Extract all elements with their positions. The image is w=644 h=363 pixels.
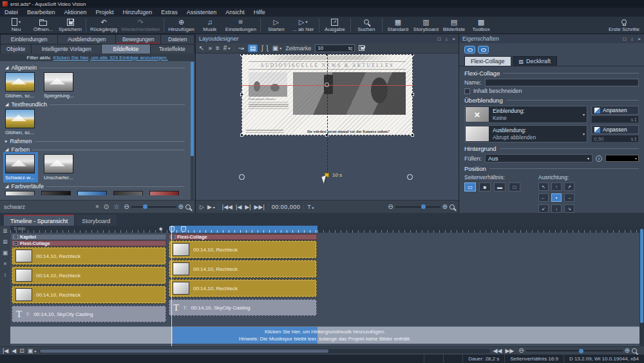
crop-checkbox[interactable]	[464, 88, 470, 94]
tab-storyboard[interactable]: Storyboard	[75, 215, 117, 226]
timemark-spinbox[interactable]: 10 s ▴▾	[315, 44, 355, 52]
toolbox-button[interactable]: ▩ Toolbox	[468, 17, 495, 34]
gradient-thumbnail[interactable]	[149, 191, 179, 195]
music-button[interactable]: ♫ Musik	[196, 17, 223, 34]
timeline-text-clip[interactable]: T T: 00:14,10, SkyCity Casting	[12, 306, 166, 322]
collage-group-bar[interactable]: − Flexi-Collage	[169, 234, 317, 240]
layout-standard-button[interactable]: ▦ Standard	[384, 17, 412, 34]
spinner-arrows[interactable]: ▴▾	[351, 46, 353, 51]
tab-intelligente-vorlagen[interactable]: Intelligente Vorlagen	[32, 44, 101, 54]
prev-marker-icon[interactable]: ◀◀	[493, 348, 502, 354]
timeline-clip[interactable]: 00:14,10, Rechteck	[12, 247, 166, 265]
aspect-keep-button[interactable]: ▭	[464, 182, 476, 191]
fit-view-icon[interactable]: ⊡	[19, 348, 24, 354]
section-allgemein[interactable]: ◢ Allgemein	[5, 64, 185, 71]
timeline-clip[interactable]: 00:14,10, Rechteck	[169, 279, 317, 297]
align-left-button[interactable]: ←	[538, 193, 549, 202]
preview-eye-icon[interactable]: ⊙	[104, 203, 109, 210]
pin-icon[interactable]: ↓	[445, 36, 448, 42]
fade-out-dropdown[interactable]: Ausblendung: Abrupt abblenden ▾	[464, 125, 587, 142]
open-button[interactable]: Öffnen...	[30, 17, 57, 34]
close-icon[interactable]: ×	[638, 36, 641, 42]
next-marker-icon[interactable]: ▶▶	[505, 348, 514, 354]
selection-handle-sw[interactable]	[240, 133, 243, 137]
title-indicator-icon[interactable]: T▸	[307, 204, 314, 210]
align-bottom-left-button[interactable]: ↙	[538, 204, 549, 213]
effect-gluehen-schwebend[interactable]: Glühen, sc...	[5, 72, 36, 99]
aspect-stretch-button[interactable]: ▬	[494, 182, 506, 191]
tab-texteffekte[interactable]: Texteffekte	[151, 44, 194, 54]
section-farben[interactable]: ◢ Farben	[5, 146, 185, 153]
collapse-icon[interactable]: −	[14, 235, 18, 239]
align-center-button[interactable]: ▪	[551, 193, 562, 202]
zoom-out-icon[interactable]: ⊖	[388, 204, 393, 210]
align-bottom-button[interactable]: ↓	[551, 204, 562, 213]
effect-spiegelung[interactable]: Spiegelung...	[44, 72, 75, 99]
zoom-in-icon[interactable]: ⊕	[178, 204, 184, 210]
collapse-icon[interactable]: −	[14, 241, 18, 246]
select-tool-icon[interactable]: ↖	[199, 44, 204, 52]
effect-unscharfer[interactable]: Unscharfer...	[44, 154, 75, 181]
tab-objekte[interactable]: Objekte	[1, 44, 31, 54]
play-options-icon[interactable]: ▶▾	[207, 204, 215, 210]
aspect-original-button[interactable]: □	[509, 182, 520, 191]
section-rahmen[interactable]: ▸ Rahmen	[5, 138, 185, 144]
export-button[interactable]: ↗ Ausgabe	[321, 17, 348, 34]
timeline-horizontal-scrollbar[interactable]	[39, 349, 489, 353]
search-input[interactable]: schwarz	[4, 204, 91, 210]
music-track[interactable]: Klicken Sie hier, um Hintergrundmusik hi…	[10, 326, 639, 344]
save-button[interactable]: Speichern	[57, 17, 84, 34]
preview-toggle-button-2[interactable]	[478, 46, 489, 54]
scrollbar-thumb[interactable]	[191, 62, 194, 156]
zoom-slider-thumb[interactable]	[143, 204, 147, 209]
motion-path-icon[interactable]: ↝	[238, 44, 243, 52]
timeline-clip[interactable]: 00:14,10, Rechteck	[12, 286, 166, 304]
tab-deckkraft[interactable]: ▨ Deckkraft	[513, 56, 558, 66]
collapse-chevrons-icon[interactable]: »	[208, 44, 212, 52]
tab-flexi-collage[interactable]: Flexi-Collage	[464, 56, 511, 66]
menu-aktionen[interactable]: Aktionen	[60, 9, 91, 15]
go-end-icon[interactable]: ▶▶|	[254, 204, 265, 210]
storyboard-view-button[interactable]: ▥ Storyboard	[412, 17, 440, 34]
show-images-icon[interactable]: ▣▾	[28, 348, 37, 354]
close-icon[interactable]: ×	[452, 36, 455, 42]
timeline-delete-tool-icon[interactable]: ×	[3, 260, 6, 267]
tab-ausblendungen[interactable]: Ausblendungen	[58, 35, 115, 44]
fade-in-adjust-button[interactable]: Anpassen	[591, 106, 639, 115]
zoom-slider[interactable]	[131, 206, 176, 208]
timeline-clip[interactable]: 00:14,10, Rechteck	[169, 240, 317, 259]
step-forward-icon[interactable]: ▶|	[245, 204, 251, 210]
selection-handle-se[interactable]	[411, 133, 414, 137]
section-farbverlaeufe[interactable]: ◢ Farbverläufe	[5, 183, 185, 190]
rotation-center-handle[interactable]	[325, 83, 329, 87]
zoom-out-icon[interactable]: ⊖	[518, 348, 524, 354]
gradient-thumbnail[interactable]	[77, 191, 107, 195]
clear-search-icon[interactable]: ×	[95, 203, 99, 210]
new-button[interactable]: ▾ Neu	[3, 17, 30, 34]
zoom-in-icon[interactable]: ⊕	[625, 348, 630, 354]
menu-hilfe[interactable]: Hilfe	[249, 9, 270, 15]
undo-button[interactable]: ↶ Rückgängig	[88, 17, 119, 34]
step-back-icon[interactable]: |◀	[236, 204, 242, 210]
zoom-in-icon[interactable]: ⊕	[442, 204, 448, 210]
info-icon[interactable]: i	[596, 155, 602, 162]
timeline-clip[interactable]: 00:14,10, Rechteck	[169, 260, 317, 278]
redo-button[interactable]: ↷ Wiederherstellen	[119, 17, 162, 34]
selection-handle-nw[interactable]	[240, 54, 243, 56]
timeline-ruler[interactable]: 0 min ∗	[10, 226, 639, 233]
aspect-fill-button[interactable]: ■	[479, 182, 491, 191]
curve-out-icon[interactable]: ʃ	[267, 44, 268, 52]
spinner-arrows[interactable]: ▴▾	[634, 117, 636, 122]
timemark-value[interactable]: 10	[317, 45, 348, 51]
zoom-slider[interactable]	[526, 350, 623, 351]
tab-bewegungen[interactable]: Bewegungen	[116, 35, 161, 44]
gradient-thumbnail[interactable]	[113, 191, 143, 195]
first-steps-button[interactable]: Erste Schritte	[607, 17, 641, 34]
selection-handle-w[interactable]	[240, 93, 243, 96]
fade-in-duration-spinbox[interactable]: s ▴▾	[591, 115, 639, 123]
tab-dateien[interactable]: Dateien	[161, 35, 194, 44]
zoom-slider-thumb[interactable]	[421, 204, 426, 209]
effect-schwarzweiss-selected[interactable]: Schwarz-w...	[5, 154, 36, 181]
timeline-grid-tool-icon[interactable]: ⊞	[3, 239, 8, 245]
spinner-arrows[interactable]: ▴▾	[634, 136, 636, 141]
